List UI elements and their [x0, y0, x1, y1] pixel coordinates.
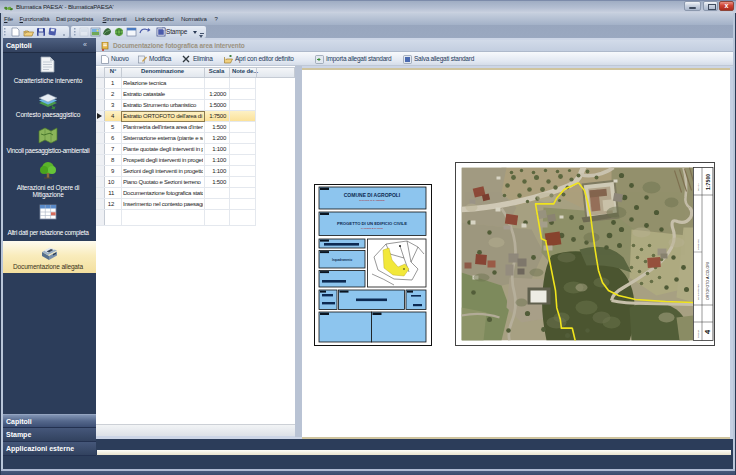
svg-text:TAVOLA: TAVOLA: [697, 329, 699, 338]
svg-text:1:7500: 1:7500: [705, 174, 711, 190]
svg-text:Provincia di SALERNO: Provincia di SALERNO: [359, 199, 385, 202]
svg-text:PROGETTO DI UN EDIFICIO CIVILE: PROGETTO DI UN EDIFICIO CIVILE: [337, 221, 407, 226]
svg-text:SCALA: SCALA: [697, 183, 700, 191]
svg-text:OGGETTO: OGGETTO: [697, 239, 699, 250]
svg-text:ORTOFOTO A COLORI: ORTOFOTO A COLORI: [706, 262, 710, 300]
svg-text:COMUNE DI AGROPOLI: COMUNE DI AGROPOLI: [344, 192, 401, 198]
svg-text:COMMITTENTE: COMMITTENTE: [697, 283, 699, 300]
svg-text:in località S.MARCO: in località S.MARCO: [361, 227, 383, 230]
svg-text:Inquadramento: Inquadramento: [332, 258, 352, 262]
